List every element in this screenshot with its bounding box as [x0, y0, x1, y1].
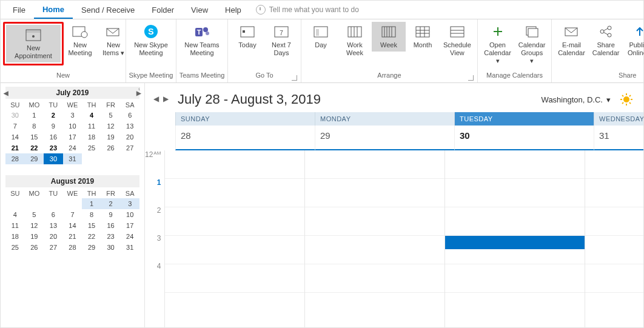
- mini-cal-day[interactable]: 13: [44, 220, 63, 231]
- mini-cal-day[interactable]: 26: [101, 142, 121, 153]
- mini-cal-day[interactable]: 15: [25, 132, 44, 142]
- email-calendar-button[interactable]: E-mail Calendar: [554, 22, 589, 59]
- day-number[interactable]: 31: [594, 126, 643, 150]
- mini-cal-day[interactable]: 9: [44, 121, 63, 132]
- time-grid[interactable]: 12AM1234: [145, 150, 643, 328]
- mini-cal-day[interactable]: 25: [82, 142, 101, 153]
- mini-cal-day[interactable]: 24: [120, 231, 139, 242]
- mini-cal-day[interactable]: 25: [5, 242, 25, 253]
- mini-cal-day[interactable]: 7: [5, 121, 25, 132]
- work-week-button[interactable]: Work Week: [338, 22, 372, 59]
- mini-cal-day[interactable]: 21: [63, 231, 82, 242]
- time-cell[interactable]: [445, 179, 585, 207]
- mini-cal-day[interactable]: 30: [44, 153, 63, 164]
- mini-cal-day[interactable]: 11: [82, 121, 101, 132]
- mini-cal-day[interactable]: 12: [25, 220, 44, 231]
- mini-cal-day[interactable]: [120, 153, 139, 164]
- mini-cal-day[interactable]: 17: [120, 220, 139, 231]
- mini-cal-day[interactable]: 21: [5, 142, 25, 153]
- mini-cal-day[interactable]: 10: [120, 209, 139, 220]
- dialog-launcher-icon[interactable]: [468, 75, 474, 81]
- day-number[interactable]: 30: [454, 126, 594, 150]
- calendar-groups-button[interactable]: Calendar Groups ▾: [515, 22, 549, 67]
- mini-cal-day[interactable]: 2: [44, 110, 63, 121]
- mini-cal-grid[interactable]: SUMOTUWETHFRSA30123456789101112131415161…: [5, 100, 139, 164]
- next7-button[interactable]: 7 Next 7 Days: [264, 22, 298, 59]
- day-button[interactable]: Day: [304, 22, 338, 52]
- new-meeting-button[interactable]: New Meeting: [64, 22, 96, 59]
- tab-folder[interactable]: Folder: [143, 2, 183, 18]
- tab-home[interactable]: Home: [34, 1, 73, 19]
- day-column[interactable]: [444, 150, 585, 328]
- mini-cal-day[interactable]: 10: [63, 121, 82, 132]
- month-button[interactable]: Month: [406, 22, 440, 52]
- mini-cal-day[interactable]: [63, 198, 82, 209]
- prev-month-icon[interactable]: ◀: [4, 90, 8, 96]
- mini-cal-day[interactable]: 30: [5, 110, 25, 121]
- time-cell[interactable]: [445, 207, 585, 236]
- time-cell[interactable]: [305, 150, 444, 179]
- time-cell[interactable]: [305, 179, 444, 207]
- mini-cal-day[interactable]: [5, 198, 25, 209]
- mini-cal-day[interactable]: 18: [5, 231, 25, 242]
- day-name[interactable]: TUESDAY: [454, 112, 594, 126]
- mini-cal-grid[interactable]: SUMOTUWETHFRSA12345678910111213141516171…: [5, 189, 139, 253]
- time-cell[interactable]: [585, 264, 643, 293]
- time-cell[interactable]: [585, 236, 643, 264]
- time-cell[interactable]: [305, 264, 444, 293]
- time-cell[interactable]: [305, 207, 444, 236]
- mini-cal-day[interactable]: 29: [82, 242, 101, 253]
- mini-cal-day[interactable]: [82, 153, 101, 164]
- mini-cal-day[interactable]: 30: [101, 242, 121, 253]
- mini-cal-day[interactable]: 20: [120, 132, 139, 142]
- mini-cal-day[interactable]: 31: [120, 242, 139, 253]
- new-skype-meeting-button[interactable]: S New Skype Meeting: [129, 22, 173, 59]
- tell-me[interactable]: Tell me what you want to do: [256, 5, 359, 15]
- publish-online-button[interactable]: Publish Online ▾: [623, 22, 644, 59]
- time-cell[interactable]: [165, 179, 304, 207]
- day-column[interactable]: [304, 150, 444, 328]
- mini-cal-day[interactable]: 20: [44, 231, 63, 242]
- share-calendar-button[interactable]: Share Calendar: [589, 22, 623, 59]
- mini-cal-day[interactable]: 23: [44, 142, 63, 153]
- new-items-button[interactable]: New Items ▾: [96, 22, 130, 59]
- mini-cal-day[interactable]: 6: [120, 110, 139, 121]
- time-cell[interactable]: [585, 207, 643, 236]
- mini-cal-day[interactable]: 17: [63, 132, 82, 142]
- mini-cal-day[interactable]: 15: [82, 220, 101, 231]
- new-teams-meeting-button[interactable]: T New Teams Meeting: [179, 22, 225, 59]
- mini-cal-day[interactable]: 27: [44, 242, 63, 253]
- time-cell[interactable]: [165, 207, 304, 236]
- day-name[interactable]: WEDNESDAY: [594, 112, 643, 126]
- mini-cal-day[interactable]: 9: [101, 209, 121, 220]
- today-button[interactable]: Today: [230, 22, 264, 52]
- mini-cal-day[interactable]: 3: [63, 110, 82, 121]
- time-cell[interactable]: [445, 236, 585, 264]
- week-button[interactable]: Week: [372, 22, 406, 52]
- mini-cal-day[interactable]: 13: [120, 121, 139, 132]
- day-number[interactable]: 28: [175, 126, 315, 150]
- mini-cal-day[interactable]: 8: [82, 209, 101, 220]
- time-cell[interactable]: [445, 264, 585, 293]
- time-cell[interactable]: [165, 264, 304, 293]
- time-cell[interactable]: [585, 150, 643, 179]
- time-cell[interactable]: [305, 236, 444, 264]
- mini-calendar-july[interactable]: ◀July 2019▶ SUMOTUWETHFRSA30123456789101…: [5, 87, 139, 164]
- day-name[interactable]: MONDAY: [315, 112, 454, 126]
- new-appointment-button[interactable]: New Appointment: [6, 25, 61, 62]
- tab-view[interactable]: View: [183, 2, 216, 18]
- day-column[interactable]: [585, 150, 643, 328]
- grid-columns[interactable]: [164, 150, 643, 328]
- tab-help[interactable]: Help: [216, 2, 250, 18]
- mini-cal-day[interactable]: [101, 153, 121, 164]
- mini-cal-day[interactable]: 14: [5, 132, 25, 142]
- appointment-block[interactable]: [445, 236, 585, 249]
- mini-cal-day[interactable]: 5: [25, 209, 44, 220]
- mini-cal-day[interactable]: 19: [25, 231, 44, 242]
- mini-cal-day[interactable]: 12: [101, 121, 121, 132]
- tab-send-receive[interactable]: Send / Receive: [73, 2, 143, 18]
- mini-cal-day[interactable]: 19: [101, 132, 121, 142]
- open-calendar-button[interactable]: Open Calendar ▾: [480, 22, 515, 67]
- mini-cal-day[interactable]: 29: [25, 153, 44, 164]
- mini-calendar-august[interactable]: August 2019 SUMOTUWETHFRSA12345678910111…: [5, 175, 139, 253]
